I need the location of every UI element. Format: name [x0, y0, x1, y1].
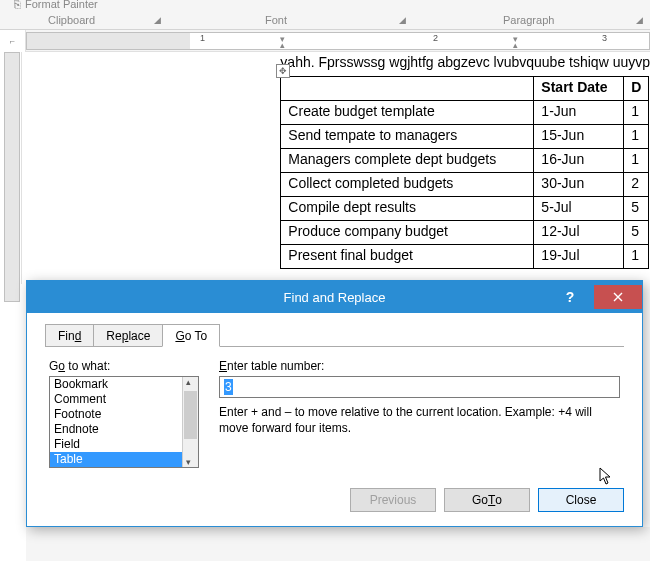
ruler-mark: 3 [602, 33, 607, 43]
document-table[interactable]: Start Date D Create budget template1-Jun… [280, 76, 649, 269]
cell-task[interactable]: Managers complete dept budgets [281, 149, 534, 173]
help-button[interactable]: ? [550, 289, 590, 305]
cell-d[interactable]: 1 [624, 125, 649, 149]
cell-start[interactable]: 19-Jul [534, 245, 624, 269]
ruler-mark: 1 [200, 33, 205, 43]
ribbon-group-clipboard: Clipboard [48, 14, 95, 26]
body-text: yahh. Fprsswssg wgjhtfg abgzevc lvubvquu… [280, 54, 650, 70]
vertical-ruler[interactable] [0, 52, 22, 284]
cell-task[interactable]: Create budget template [281, 101, 534, 125]
cell-d[interactable]: 5 [624, 197, 649, 221]
tab-selector[interactable]: ⌐ [0, 30, 26, 52]
ribbon-group-font: Font [265, 14, 287, 26]
goto-hint-text: Enter + and – to move relative to the cu… [219, 404, 620, 436]
cell-d[interactable]: 1 [624, 101, 649, 125]
table-move-handle-icon[interactable]: ✥ [276, 64, 290, 78]
tab-goto[interactable]: Go To [162, 324, 220, 347]
cell-task[interactable]: Compile dept results [281, 197, 534, 221]
cell-start[interactable]: 16-Jun [534, 149, 624, 173]
table-header: Start Date [534, 77, 624, 101]
find-replace-dialog: Find and Replace ? Find Replace Go To Go… [26, 280, 643, 527]
cell-d[interactable]: 5 [624, 221, 649, 245]
cell-d[interactable]: 1 [624, 149, 649, 173]
table-row[interactable]: Present final budget19-Jul1 [281, 245, 649, 269]
table-row[interactable]: Create budget template1-Jun1 [281, 101, 649, 125]
goto-what-label: Go to what: [49, 359, 199, 373]
cell-start[interactable]: 5-Jul [534, 197, 624, 221]
ribbon: Format Painter Clipboard ◢ Font ◢ Paragr… [0, 0, 650, 30]
cell-task[interactable]: Send tempate to managers [281, 125, 534, 149]
cell-d[interactable]: 2 [624, 173, 649, 197]
close-dialog-button[interactable]: Close [538, 488, 624, 512]
document-canvas[interactable]: yahh. Fprsswssg wgjhtfg abgzevc lvubvquu… [22, 52, 650, 284]
table-row[interactable]: Managers complete dept budgets16-Jun1 [281, 149, 649, 173]
table-row[interactable]: Collect completed budgets30-Jun2 [281, 173, 649, 197]
table-header: D [624, 77, 649, 101]
ribbon-group-paragraph: Paragraph [503, 14, 554, 26]
cell-start[interactable]: 1-Jun [534, 101, 624, 125]
scroll-thumb[interactable] [184, 391, 197, 439]
cell-task[interactable]: Present final budget [281, 245, 534, 269]
dialog-tabs: Find Replace Go To [45, 323, 624, 347]
cell-d[interactable]: 1 [624, 245, 649, 269]
format-painter-button[interactable]: Format Painter [14, 0, 98, 10]
table-row[interactable]: Produce company budget12-Jul5 [281, 221, 649, 245]
table-row[interactable]: Send tempate to managers15-Jun1 [281, 125, 649, 149]
dialog-launcher-icon[interactable]: ◢ [154, 15, 161, 25]
dialog-titlebar[interactable]: Find and Replace ? [27, 281, 642, 313]
cell-task[interactable]: Collect completed budgets [281, 173, 534, 197]
close-icon [613, 292, 623, 302]
list-item[interactable]: Footnote [50, 407, 182, 422]
scrollbar[interactable] [182, 377, 198, 467]
list-item[interactable]: Field [50, 437, 182, 452]
close-button[interactable] [594, 285, 642, 309]
table-header [281, 77, 534, 101]
dialog-launcher-icon[interactable]: ◢ [636, 15, 643, 25]
list-item[interactable]: Bookmark [50, 377, 182, 392]
dialog-launcher-icon[interactable]: ◢ [399, 15, 406, 25]
table-header-row: Start Date D [281, 77, 649, 101]
table-row[interactable]: Compile dept results5-Jul5 [281, 197, 649, 221]
horizontal-ruler[interactable]: ⌐ 1 ▾ ▴ 2 ▾ ▴ 3 [0, 30, 650, 52]
list-item[interactable]: Endnote [50, 422, 182, 437]
tab-find[interactable]: Find [45, 324, 94, 347]
goto-what-listbox[interactable]: BookmarkCommentFootnoteEndnoteFieldTable [49, 376, 199, 468]
ruler-mark: 2 [433, 33, 438, 43]
list-item[interactable]: Comment [50, 392, 182, 407]
table-number-input[interactable]: 3 [219, 376, 620, 398]
cell-start[interactable]: 12-Jul [534, 221, 624, 245]
previous-button: Previous [350, 488, 436, 512]
cell-start[interactable]: 15-Jun [534, 125, 624, 149]
enter-number-label: Enter table number: [219, 359, 620, 373]
background-strip [26, 527, 650, 561]
cell-start[interactable]: 30-Jun [534, 173, 624, 197]
cell-task[interactable]: Produce company budget [281, 221, 534, 245]
list-item[interactable]: Table [50, 452, 182, 467]
goto-button[interactable]: Go To [444, 488, 530, 512]
tab-replace[interactable]: Replace [93, 324, 163, 347]
